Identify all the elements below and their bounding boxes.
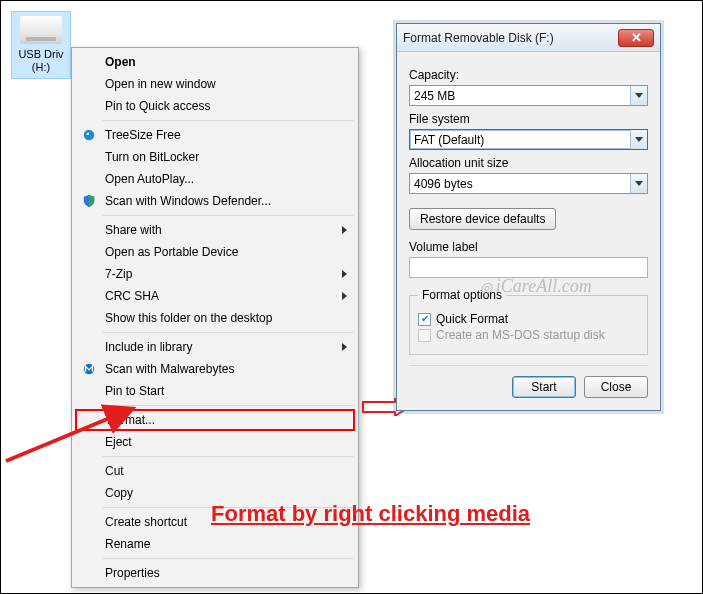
menu-separator [103,120,353,121]
menu-properties[interactable]: Properties [75,562,355,584]
quick-format-checkbox[interactable] [418,313,431,326]
msdos-row: Create an MS-DOS startup disk [418,328,639,342]
menu-pin-start[interactable]: Pin to Start [75,380,355,402]
menu-open-new-window[interactable]: Open in new window [75,73,355,95]
label: Pin to Start [105,384,164,398]
label: Restore device defaults [420,212,545,226]
label: Scan with Windows Defender... [105,194,271,208]
capacity-label: Capacity: [409,68,648,82]
alloc-label: Allocation unit size [409,156,648,170]
menu-separator [103,215,353,216]
chevron-right-icon [342,292,347,300]
chevron-right-icon [342,343,347,351]
label: Create shortcut [105,515,187,529]
format-options-legend: Format options [418,288,506,302]
menu-crc[interactable]: CRC SHA [75,285,355,307]
label: Cut [105,464,124,478]
titlebar[interactable]: Format Removable Disk (F:) ✕ [397,24,660,52]
format-options-group: Format options Quick Format Create an MS… [409,288,648,355]
label: Copy [105,486,133,500]
volume-label-input[interactable] [409,257,648,278]
drive-icon [20,16,62,44]
menu-defender[interactable]: Scan with Windows Defender... [75,190,355,212]
filesystem-label: File system [409,112,648,126]
label: Open [105,55,136,69]
restore-defaults-button[interactable]: Restore device defaults [409,208,556,230]
label: Open in new window [105,77,216,91]
label: CRC SHA [105,289,159,303]
menu-show-folder[interactable]: Show this folder on the desktop [75,307,355,329]
msdos-checkbox [418,329,431,342]
chevron-down-icon [635,137,643,142]
chevron-down-icon [635,181,643,186]
menu-pin-quick[interactable]: Pin to Quick access [75,95,355,117]
filesystem-value: FAT (Default) [414,133,484,147]
menu-open[interactable]: Open [75,51,355,73]
menu-separator [103,558,353,559]
chevron-right-icon [342,270,347,278]
label: Format... [107,413,155,427]
drive-label-line2: (H:) [12,61,70,74]
menu-malwarebytes[interactable]: Scan with Malwarebytes [75,358,355,380]
label: Open AutoPlay... [105,172,194,186]
window-close-button[interactable]: ✕ [618,29,654,47]
menu-separator [103,456,353,457]
drive-label-line1: USB Driv [12,48,70,61]
treesize-icon [81,127,97,143]
menu-portable[interactable]: Open as Portable Device [75,241,355,263]
close-icon: ✕ [631,30,642,45]
shield-icon [81,193,97,209]
label: Properties [105,566,160,580]
menu-separator [103,405,353,406]
label: Start [531,380,556,394]
label: 7-Zip [105,267,132,281]
chevron-right-icon [342,226,347,234]
label: Close [601,380,632,394]
menu-share-with[interactable]: Share with [75,219,355,241]
quick-format-row[interactable]: Quick Format [418,312,639,326]
alloc-combo[interactable]: 4096 bytes [409,173,648,194]
menu-autoplay[interactable]: Open AutoPlay... [75,168,355,190]
menu-cut[interactable]: Cut [75,460,355,482]
dropdown-button[interactable] [630,130,647,149]
label: Scan with Malwarebytes [105,362,234,376]
annotation-caption: Format by right clicking media [211,501,530,527]
dialog-title: Format Removable Disk (F:) [403,31,618,45]
menu-rename[interactable]: Rename [75,533,355,555]
label: TreeSize Free [105,128,181,142]
filesystem-combo[interactable]: FAT (Default) [409,129,648,150]
label: Include in library [105,340,192,354]
label: Share with [105,223,162,237]
label: Rename [105,537,150,551]
format-dialog: Format Removable Disk (F:) ✕ Capacity: 2… [396,23,661,411]
dropdown-button[interactable] [630,86,647,105]
menu-format[interactable]: Format... [75,409,355,431]
msdos-label: Create an MS-DOS startup disk [436,328,605,342]
capacity-combo[interactable]: 245 MB [409,85,648,106]
menu-7zip[interactable]: 7-Zip [75,263,355,285]
menu-separator [103,332,353,333]
close-button[interactable]: Close [584,376,648,398]
quick-format-label: Quick Format [436,312,508,326]
volume-label-caption: Volume label [409,240,648,254]
chevron-down-icon [635,93,643,98]
menu-treesize[interactable]: TreeSize Free [75,124,355,146]
menu-library[interactable]: Include in library [75,336,355,358]
label: Pin to Quick access [105,99,210,113]
label: Turn on BitLocker [105,150,199,164]
alloc-value: 4096 bytes [414,177,473,191]
menu-eject[interactable]: Eject [75,431,355,453]
menu-bitlocker[interactable]: Turn on BitLocker [75,146,355,168]
capacity-value: 245 MB [414,89,455,103]
dropdown-button[interactable] [630,174,647,193]
label: Eject [105,435,132,449]
label: Show this folder on the desktop [105,311,272,325]
start-button[interactable]: Start [512,376,576,398]
label: Open as Portable Device [105,245,238,259]
usb-drive-item[interactable]: USB Driv (H:) [11,11,71,79]
malwarebytes-icon [81,361,97,377]
